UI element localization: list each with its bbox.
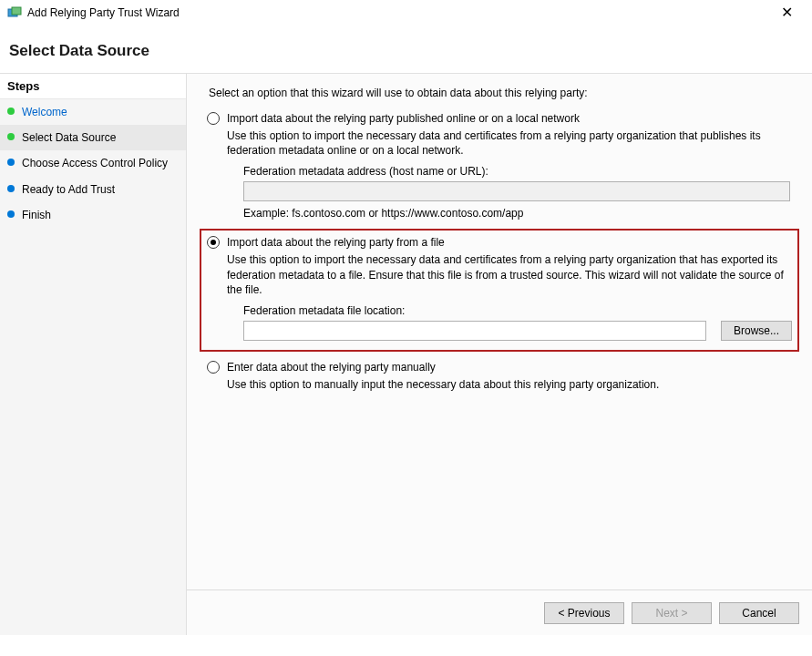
step-finish[interactable]: Finish [0,202,186,228]
option-desc: Use this option to manually input the ne… [227,377,792,392]
window-title: Add Relying Party Trust Wizard [27,6,768,19]
radio-manual[interactable]: Enter data about the relying party manua… [207,361,792,374]
metadata-file-input[interactable] [243,321,706,341]
step-ready-to-add-trust[interactable]: Ready to Add Trust [0,177,186,202]
radio-icon [207,236,220,249]
step-label: Ready to Add Trust [22,182,115,197]
close-icon[interactable]: ✕ [768,5,805,20]
bullet-icon [7,108,15,115]
radio-label: Enter data about the relying party manua… [227,361,436,374]
step-label: Select Data Source [22,130,116,145]
option-desc: Use this option to import the necessary … [227,252,792,297]
page-heading: Select Data Source [0,26,812,73]
example-text: Example: fs.contoso.com or https://www.c… [243,207,792,220]
svg-rect-1 [12,7,21,15]
instruction-text: Select an option that this wizard will u… [209,87,799,99]
app-icon [7,5,22,20]
wizard-body: Steps Welcome Select Data Source Choose … [0,73,812,635]
bullet-icon [7,210,15,218]
step-select-data-source[interactable]: Select Data Source [0,125,186,150]
titlebar: Add Relying Party Trust Wizard ✕ [0,0,812,26]
radio-icon [207,361,220,374]
cancel-button[interactable]: Cancel [719,602,799,624]
metadata-file-label: Federation metadata file location: [243,304,792,317]
file-input-row: Browse... [243,321,792,341]
option-import-online: Import data about the relying party publ… [200,110,799,229]
step-label: Finish [22,208,51,222]
radio-label: Import data about the relying party publ… [227,112,580,125]
step-label: Choose Access Control Policy [22,156,168,170]
steps-header: Steps [0,74,186,99]
bullet-icon [7,159,15,166]
bullet-icon [7,185,15,192]
metadata-address-input [243,181,790,201]
step-welcome[interactable]: Welcome [0,99,186,125]
radio-import-online[interactable]: Import data about the relying party publ… [207,112,792,125]
radio-label: Import data about the relying party from… [227,236,445,249]
step-label: Welcome [22,105,67,119]
option-desc: Use this option to import the necessary … [227,128,792,158]
wizard-footer: < Previous Next > Cancel [187,589,812,635]
radio-icon [207,112,220,125]
browse-button[interactable]: Browse... [721,321,792,341]
content-panel: Select an option that this wizard will u… [187,74,812,635]
option-import-file: Import data about the relying party from… [200,229,799,352]
radio-import-file[interactable]: Import data about the relying party from… [207,236,792,249]
metadata-address-label: Federation metadata address (host name o… [243,165,792,178]
step-choose-access-control[interactable]: Choose Access Control Policy [0,150,186,176]
steps-sidebar: Steps Welcome Select Data Source Choose … [0,74,187,635]
previous-button[interactable]: < Previous [544,602,624,624]
next-button: Next > [632,602,712,624]
option-manual: Enter data about the relying party manua… [200,359,799,408]
bullet-icon [7,133,15,140]
